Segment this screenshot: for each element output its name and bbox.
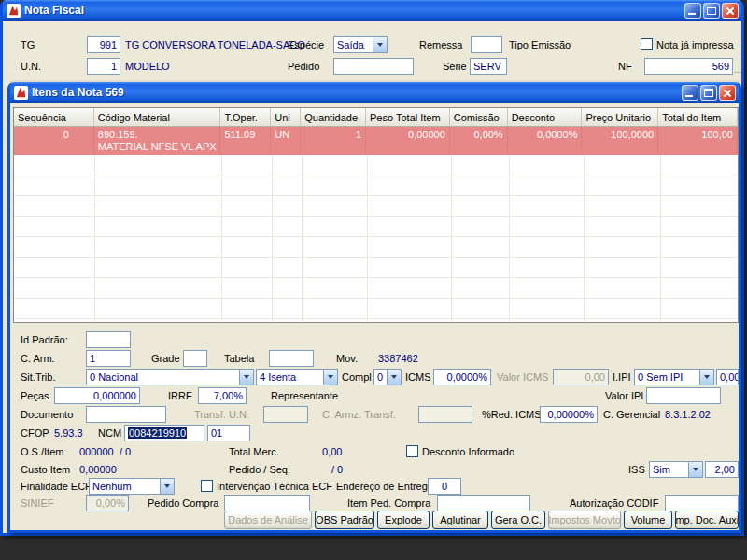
valor-ipi-input[interactable] bbox=[646, 387, 721, 404]
red-icms-input[interactable]: 0,00000% bbox=[540, 406, 598, 423]
maximize-button[interactable] bbox=[703, 3, 720, 19]
cell-comissao: 0,00% bbox=[450, 127, 508, 155]
finalidade-ecf-select[interactable]: Nenhum bbox=[89, 478, 175, 495]
item-ped-compra-label: Item Ped. Compra bbox=[347, 495, 430, 509]
c-arm-input[interactable]: 1 bbox=[86, 350, 131, 367]
grade-input[interactable] bbox=[183, 350, 207, 367]
compl-value: 0 bbox=[377, 371, 385, 383]
col-header-total-item[interactable]: Total do Item bbox=[658, 108, 738, 126]
sit-trib2-select[interactable]: 4 Isenta bbox=[256, 369, 338, 385]
explode-button[interactable]: Explode bbox=[377, 511, 430, 529]
tg-input[interactable]: 991 bbox=[87, 36, 120, 53]
col-header-uni[interactable]: Uni bbox=[271, 108, 301, 126]
minimize-button[interactable] bbox=[684, 3, 701, 19]
grid-vline bbox=[272, 155, 273, 322]
iipi-select[interactable]: 0 Sem IPI bbox=[634, 369, 714, 385]
col-header-toper[interactable]: T.Oper. bbox=[220, 108, 271, 126]
maximize-button[interactable] bbox=[700, 85, 717, 101]
pedido-compra-label: Pedido Compra bbox=[148, 495, 218, 509]
desktop: Nota Fiscal TG 991 TG CONVERSORA TONELAD… bbox=[0, 0, 747, 560]
aglutinar-button[interactable]: Aglutinar bbox=[432, 511, 488, 529]
col-header-preco-unitario[interactable]: Preço Unitario bbox=[582, 108, 658, 126]
especie-select[interactable]: Saída bbox=[333, 36, 388, 53]
col-header-comissao[interactable]: Comissão bbox=[450, 108, 508, 126]
maximize-icon bbox=[704, 89, 713, 97]
icms-label: ICMS bbox=[405, 369, 431, 383]
iipi-pct-input[interactable]: 0,00 bbox=[716, 369, 739, 385]
transf-un-input bbox=[263, 406, 308, 423]
transf-un-label: Transf. U.N. bbox=[194, 406, 249, 420]
volume-button[interactable]: Volume bbox=[624, 511, 672, 529]
endereco-entrega-input[interactable]: 0 bbox=[428, 478, 461, 495]
ncm-ex-input[interactable]: 01 bbox=[207, 425, 250, 441]
close-button[interactable] bbox=[719, 85, 736, 101]
documento-input[interactable] bbox=[86, 406, 166, 423]
pecas-input[interactable]: 0,000000 bbox=[54, 387, 140, 404]
id-padrao-input[interactable] bbox=[86, 331, 131, 348]
compl-select[interactable]: 0 bbox=[374, 369, 402, 385]
custo-item-value: 0,00000 bbox=[79, 461, 117, 475]
chevron-down-icon[interactable] bbox=[323, 370, 337, 385]
serie-input[interactable]: SERV bbox=[470, 58, 507, 75]
itens-body: Sequência Código Material T.Oper. Uni Qu… bbox=[10, 103, 739, 530]
col-header-quantidade[interactable]: Quantidade bbox=[301, 108, 366, 126]
desconto-informado-checkbox[interactable] bbox=[406, 445, 418, 457]
table-row[interactable]: 0 890.159.MATERIAL NFSE VL APX 511.09 UN… bbox=[14, 127, 738, 155]
un-description: MODELO bbox=[125, 58, 170, 72]
itens-titlebar[interactable]: Itens da Nota 569 bbox=[10, 82, 739, 103]
nf-browse-button[interactable]: ... bbox=[734, 61, 742, 75]
chevron-down-icon[interactable] bbox=[387, 370, 401, 385]
chevron-down-icon[interactable] bbox=[688, 462, 702, 477]
dados-analise-button: Dados de Análise bbox=[224, 511, 312, 529]
imp-doc-auxil-button[interactable]: Imp. Doc. Auxil bbox=[675, 511, 739, 529]
os-item-label: O.S./Item bbox=[21, 443, 63, 457]
pedido-seq-value: / 0 bbox=[331, 461, 343, 475]
valor-icms-label: Valor ICMS bbox=[497, 369, 548, 383]
chevron-down-icon[interactable] bbox=[373, 37, 387, 52]
ncm-input[interactable]: 0084219910 bbox=[124, 425, 204, 441]
col-header-sequencia[interactable]: Sequência bbox=[14, 108, 94, 126]
iss-select[interactable]: Sim bbox=[649, 461, 703, 478]
pedido-input[interactable] bbox=[333, 58, 414, 75]
nota-fiscal-window: Nota Fiscal TG 991 TG CONVERSORA TONELAD… bbox=[0, 0, 744, 536]
col-header-desconto[interactable]: Desconto bbox=[508, 108, 583, 126]
minimize-button[interactable] bbox=[682, 85, 698, 101]
irrf-input[interactable]: 7,00% bbox=[198, 387, 247, 404]
gera-oc-button[interactable]: Gera O.C. bbox=[491, 511, 545, 529]
itens-nota-window: Itens da Nota 569 Sequência Código Mater… bbox=[7, 82, 741, 533]
cell-toper: 511.09 bbox=[220, 127, 271, 155]
intervencao-checkbox[interactable] bbox=[201, 480, 213, 492]
autorizacao-codif-input[interactable] bbox=[665, 495, 739, 511]
pedido-label: Pedido bbox=[288, 58, 319, 72]
cell-peso-total: 0,00000 bbox=[366, 127, 450, 155]
os-item-value: 000000 bbox=[79, 443, 114, 457]
os-item-seq: / 0 bbox=[120, 443, 131, 457]
grid-vline bbox=[367, 155, 368, 322]
grid-vline bbox=[302, 155, 303, 322]
close-button[interactable] bbox=[722, 3, 739, 19]
icms-input[interactable]: 0,0000% bbox=[433, 369, 491, 385]
grid-vline bbox=[94, 155, 95, 322]
col-header-peso-total[interactable]: Peso Total Item bbox=[366, 108, 450, 126]
desconto-informado-label: Desconto Informado bbox=[422, 443, 514, 457]
chevron-down-icon[interactable] bbox=[160, 479, 174, 494]
nota-impressa-checkbox[interactable] bbox=[641, 38, 653, 50]
obs-padrao-button[interactable]: OBS Padrão bbox=[315, 511, 374, 529]
nf-input[interactable]: 569 bbox=[644, 58, 733, 75]
tg-description: TG CONVERSORA TONELADA-SACO bbox=[125, 36, 305, 50]
remessa-input[interactable] bbox=[471, 36, 502, 53]
sit-trib-value: 0 Nacional bbox=[90, 371, 237, 383]
pecas-label: Peças bbox=[21, 387, 49, 401]
iss-pct-input[interactable]: 2,00 bbox=[705, 461, 739, 478]
item-ped-compra-input[interactable] bbox=[437, 495, 530, 511]
un-input[interactable]: 1 bbox=[87, 58, 120, 75]
sit-trib-select[interactable]: 0 Nacional bbox=[86, 369, 254, 385]
chevron-down-icon[interactable] bbox=[699, 370, 713, 385]
serie-label: Série bbox=[443, 58, 467, 72]
chevron-down-icon[interactable] bbox=[239, 370, 253, 385]
nota-fiscal-titlebar[interactable]: Nota Fiscal bbox=[3, 0, 741, 21]
col-header-codigo-material[interactable]: Código Material bbox=[94, 108, 221, 126]
tabela-input[interactable] bbox=[269, 350, 314, 367]
pedido-compra-input[interactable] bbox=[224, 495, 310, 511]
itens-window-controls bbox=[680, 85, 736, 101]
